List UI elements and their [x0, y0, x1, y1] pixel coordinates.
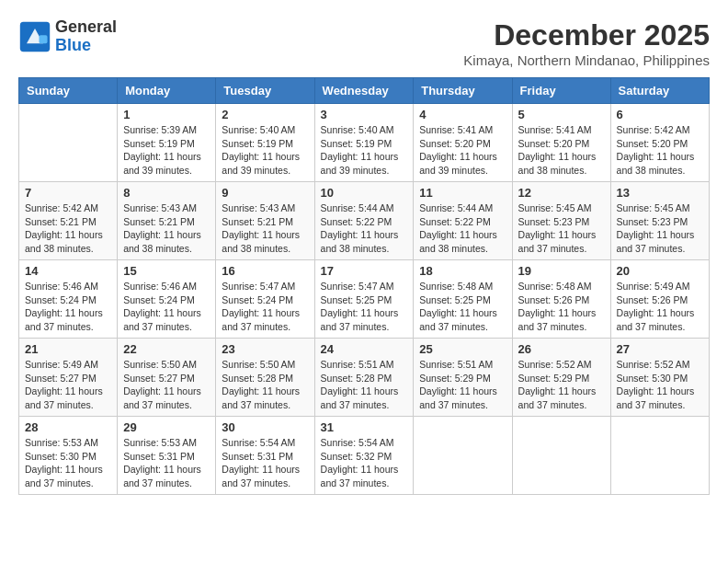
day-number: 11: [419, 186, 506, 200]
day-cell: 19Sunrise: 5:48 AM Sunset: 5:26 PM Dayli…: [512, 260, 610, 339]
day-number: 31: [321, 420, 408, 434]
day-cell: 27Sunrise: 5:52 AM Sunset: 5:30 PM Dayli…: [610, 339, 709, 417]
column-header-monday: Monday: [118, 78, 216, 104]
logo-text: General Blue: [55, 18, 117, 55]
day-number: 24: [321, 342, 408, 356]
day-info: Sunrise: 5:44 AM Sunset: 5:22 PM Dayligh…: [321, 201, 408, 256]
day-info: Sunrise: 5:53 AM Sunset: 5:31 PM Dayligh…: [123, 436, 210, 490]
day-info: Sunrise: 5:45 AM Sunset: 5:23 PM Dayligh…: [617, 201, 703, 256]
day-cell: 24Sunrise: 5:51 AM Sunset: 5:28 PM Dayli…: [314, 339, 414, 417]
day-number: 26: [518, 342, 605, 356]
day-info: Sunrise: 5:52 AM Sunset: 5:29 PM Dayligh…: [518, 358, 605, 412]
week-row-2: 7Sunrise: 5:42 AM Sunset: 5:21 PM Daylig…: [19, 182, 710, 260]
day-cell: [19, 104, 118, 182]
day-info: Sunrise: 5:49 AM Sunset: 5:26 PM Dayligh…: [617, 280, 703, 334]
day-info: Sunrise: 5:46 AM Sunset: 5:24 PM Dayligh…: [25, 280, 111, 334]
day-info: Sunrise: 5:40 AM Sunset: 5:19 PM Dayligh…: [222, 123, 308, 178]
day-info: Sunrise: 5:52 AM Sunset: 5:30 PM Dayligh…: [617, 358, 703, 412]
day-number: 17: [321, 264, 408, 278]
day-number: 8: [123, 186, 210, 200]
day-info: Sunrise: 5:43 AM Sunset: 5:21 PM Dayligh…: [222, 201, 308, 256]
day-info: Sunrise: 5:51 AM Sunset: 5:28 PM Dayligh…: [321, 358, 408, 412]
day-info: Sunrise: 5:51 AM Sunset: 5:29 PM Dayligh…: [419, 358, 506, 412]
day-info: Sunrise: 5:50 AM Sunset: 5:27 PM Dayligh…: [123, 358, 210, 412]
day-number: 20: [617, 264, 703, 278]
location-subtitle: Kimaya, Northern Mindanao, Philippines: [463, 52, 710, 68]
day-cell: 12Sunrise: 5:45 AM Sunset: 5:23 PM Dayli…: [512, 182, 610, 260]
day-number: 19: [518, 264, 605, 278]
day-cell: 20Sunrise: 5:49 AM Sunset: 5:26 PM Dayli…: [610, 260, 709, 339]
day-cell: 23Sunrise: 5:50 AM Sunset: 5:28 PM Dayli…: [216, 339, 314, 417]
week-row-5: 28Sunrise: 5:53 AM Sunset: 5:30 PM Dayli…: [19, 417, 710, 495]
day-info: Sunrise: 5:41 AM Sunset: 5:20 PM Dayligh…: [419, 123, 506, 178]
day-cell: 14Sunrise: 5:46 AM Sunset: 5:24 PM Dayli…: [19, 260, 118, 339]
day-cell: 10Sunrise: 5:44 AM Sunset: 5:22 PM Dayli…: [314, 182, 414, 260]
day-number: 12: [518, 186, 605, 200]
day-number: 5: [518, 108, 605, 121]
day-info: Sunrise: 5:39 AM Sunset: 5:19 PM Dayligh…: [123, 123, 210, 178]
day-number: 4: [419, 108, 506, 121]
day-number: 27: [617, 342, 703, 356]
day-number: 16: [222, 264, 308, 278]
day-cell: 9Sunrise: 5:43 AM Sunset: 5:21 PM Daylig…: [216, 182, 314, 260]
day-number: 14: [25, 264, 111, 278]
day-cell: 31Sunrise: 5:54 AM Sunset: 5:32 PM Dayli…: [314, 417, 414, 495]
column-header-saturday: Saturday: [610, 78, 709, 104]
day-number: 10: [321, 186, 408, 200]
day-cell: 7Sunrise: 5:42 AM Sunset: 5:21 PM Daylig…: [19, 182, 118, 260]
day-number: 3: [321, 108, 408, 121]
day-cell: 2Sunrise: 5:40 AM Sunset: 5:19 PM Daylig…: [216, 104, 314, 182]
calendar-header-row: SundayMondayTuesdayWednesdayThursdayFrid…: [19, 78, 710, 104]
day-info: Sunrise: 5:48 AM Sunset: 5:26 PM Dayligh…: [518, 280, 605, 334]
day-cell: 6Sunrise: 5:42 AM Sunset: 5:20 PM Daylig…: [610, 104, 709, 182]
day-info: Sunrise: 5:41 AM Sunset: 5:20 PM Dayligh…: [518, 123, 605, 178]
day-info: Sunrise: 5:48 AM Sunset: 5:25 PM Dayligh…: [419, 280, 506, 334]
month-year-title: December 2025: [463, 18, 710, 52]
week-row-4: 21Sunrise: 5:49 AM Sunset: 5:27 PM Dayli…: [19, 339, 710, 417]
day-info: Sunrise: 5:42 AM Sunset: 5:21 PM Dayligh…: [25, 201, 111, 256]
svg-rect-2: [40, 35, 48, 43]
week-row-3: 14Sunrise: 5:46 AM Sunset: 5:24 PM Dayli…: [19, 260, 710, 339]
day-info: Sunrise: 5:44 AM Sunset: 5:22 PM Dayligh…: [419, 201, 506, 256]
day-number: 2: [222, 108, 308, 121]
day-cell: 17Sunrise: 5:47 AM Sunset: 5:25 PM Dayli…: [314, 260, 414, 339]
day-cell: 4Sunrise: 5:41 AM Sunset: 5:20 PM Daylig…: [414, 104, 512, 182]
day-number: 29: [123, 420, 210, 434]
column-header-wednesday: Wednesday: [314, 78, 414, 104]
day-info: Sunrise: 5:47 AM Sunset: 5:24 PM Dayligh…: [222, 280, 308, 334]
day-cell: 29Sunrise: 5:53 AM Sunset: 5:31 PM Dayli…: [118, 417, 216, 495]
column-header-sunday: Sunday: [19, 78, 118, 104]
day-info: Sunrise: 5:53 AM Sunset: 5:30 PM Dayligh…: [25, 436, 111, 490]
logo: General Blue: [18, 18, 117, 55]
day-info: Sunrise: 5:40 AM Sunset: 5:19 PM Dayligh…: [321, 123, 408, 178]
day-cell: [414, 417, 512, 495]
calendar-table: SundayMondayTuesdayWednesdayThursdayFrid…: [18, 77, 710, 495]
day-cell: 13Sunrise: 5:45 AM Sunset: 5:23 PM Dayli…: [610, 182, 709, 260]
day-number: 25: [419, 342, 506, 356]
week-row-1: 1Sunrise: 5:39 AM Sunset: 5:19 PM Daylig…: [19, 104, 710, 182]
day-info: Sunrise: 5:47 AM Sunset: 5:25 PM Dayligh…: [321, 280, 408, 334]
day-number: 13: [617, 186, 703, 200]
day-info: Sunrise: 5:46 AM Sunset: 5:24 PM Dayligh…: [123, 280, 210, 334]
day-number: 23: [222, 342, 308, 356]
day-number: 15: [123, 264, 210, 278]
day-number: 28: [25, 420, 111, 434]
day-cell: 18Sunrise: 5:48 AM Sunset: 5:25 PM Dayli…: [414, 260, 512, 339]
day-number: 21: [25, 342, 111, 356]
day-cell: 16Sunrise: 5:47 AM Sunset: 5:24 PM Dayli…: [216, 260, 314, 339]
day-number: 22: [123, 342, 210, 356]
day-info: Sunrise: 5:54 AM Sunset: 5:31 PM Dayligh…: [222, 436, 308, 490]
day-cell: 25Sunrise: 5:51 AM Sunset: 5:29 PM Dayli…: [414, 339, 512, 417]
title-section: December 2025 Kimaya, Northern Mindanao,…: [463, 18, 710, 68]
column-header-friday: Friday: [512, 78, 610, 104]
day-number: 30: [222, 420, 308, 434]
column-header-thursday: Thursday: [414, 78, 512, 104]
day-cell: 15Sunrise: 5:46 AM Sunset: 5:24 PM Dayli…: [118, 260, 216, 339]
day-info: Sunrise: 5:43 AM Sunset: 5:21 PM Dayligh…: [123, 201, 210, 256]
page-header: General Blue December 2025 Kimaya, North…: [18, 18, 710, 68]
day-cell: 1Sunrise: 5:39 AM Sunset: 5:19 PM Daylig…: [118, 104, 216, 182]
day-cell: 30Sunrise: 5:54 AM Sunset: 5:31 PM Dayli…: [216, 417, 314, 495]
day-cell: 8Sunrise: 5:43 AM Sunset: 5:21 PM Daylig…: [118, 182, 216, 260]
day-number: 9: [222, 186, 308, 200]
day-info: Sunrise: 5:49 AM Sunset: 5:27 PM Dayligh…: [25, 358, 111, 412]
